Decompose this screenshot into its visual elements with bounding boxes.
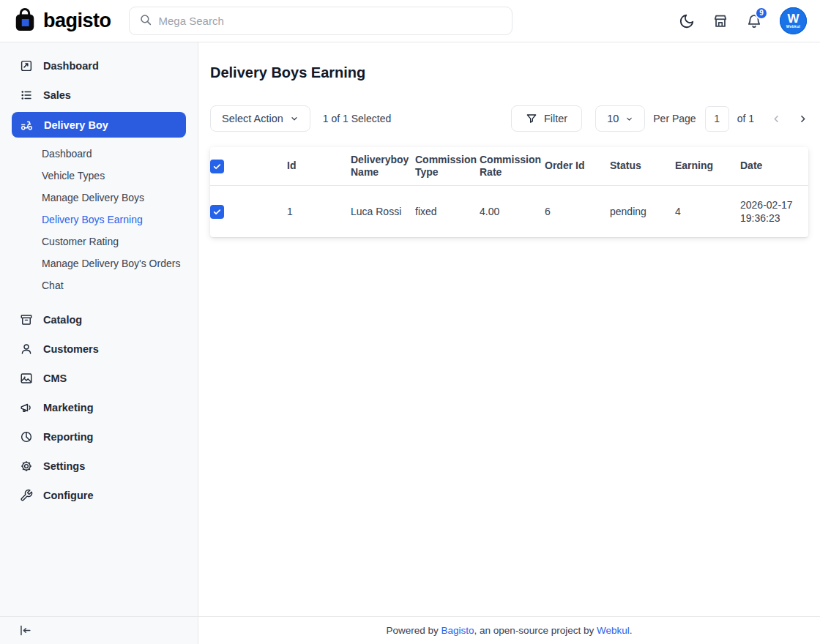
- chevron-left-icon: [771, 113, 782, 124]
- sidebar-footer: [0, 616, 198, 644]
- sidebar: Dashboard Sales Delivery Boy Dashboard V…: [0, 42, 198, 644]
- table-header-row: Id Deliveryboy Name Commission Type Comm…: [210, 147, 808, 186]
- table-row[interactable]: 1 Luca Rossi fixed 4.00 6 pending 4 2026…: [210, 186, 808, 237]
- app-window: bagisto 9 W Webkul: [0, 0, 820, 644]
- select-action-dropdown[interactable]: Select Action: [210, 105, 310, 132]
- previous-page-button[interactable]: [771, 113, 782, 124]
- delivery-boy-submenu: Dashboard Vehicle Types Manage Delivery …: [0, 140, 198, 305]
- column-header-status: Status: [610, 154, 675, 179]
- column-header-id: Id: [287, 154, 351, 179]
- column-header-earning: Earning: [675, 154, 740, 179]
- chevron-right-icon: [797, 113, 808, 124]
- sidebar-item-settings[interactable]: Settings: [0, 452, 198, 481]
- selection-count-text: 1 of 1 Selected: [323, 113, 391, 124]
- submenu-item-chat[interactable]: Chat: [0, 274, 198, 296]
- submenu-item-delivery-boys-earning[interactable]: Delivery Boys Earning: [0, 209, 198, 231]
- moon-icon: [679, 13, 695, 29]
- cell-order-id: 6: [545, 199, 610, 224]
- page-title: Delivery Boys Earning: [210, 64, 808, 81]
- customers-icon: [20, 342, 33, 356]
- column-header-date: Date: [740, 154, 808, 179]
- sidebar-item-configure[interactable]: Configure: [0, 481, 198, 510]
- avatar-initial: W: [787, 13, 799, 24]
- sidebar-item-label: Configure: [43, 490, 93, 501]
- mega-search-box[interactable]: [129, 7, 512, 35]
- configure-wrench-icon: [20, 489, 33, 502]
- brand-name: bagisto: [43, 10, 111, 32]
- delivery-scooter-icon: [20, 118, 34, 132]
- column-header-deliveryboy-name: Deliveryboy Name: [351, 148, 415, 185]
- column-header-commission-rate: Commission Rate: [480, 148, 545, 185]
- sidebar-item-label: Settings: [43, 460, 85, 472]
- footer-text: Powered by: [387, 625, 441, 636]
- sidebar-collapse-button[interactable]: [18, 624, 32, 637]
- sidebar-item-label: Sales: [43, 89, 71, 101]
- toolbar: Select Action 1 of 1 Selected Filter 10 …: [210, 105, 808, 132]
- filter-label: Filter: [544, 113, 567, 124]
- cell-commission-type: fixed: [415, 199, 480, 224]
- cell-commission-rate: 4.00: [480, 199, 545, 224]
- cell-status: pending: [610, 199, 675, 224]
- search-icon: [139, 13, 152, 29]
- sales-icon: [20, 89, 33, 102]
- footer-text: .: [630, 625, 633, 636]
- sidebar-item-marketing[interactable]: Marketing: [0, 393, 198, 422]
- select-all-checkbox[interactable]: [210, 160, 224, 173]
- shopping-bag-logo-icon: [13, 7, 37, 36]
- dark-mode-toggle[interactable]: [679, 13, 695, 29]
- bagisto-link[interactable]: Bagisto: [441, 625, 474, 636]
- reporting-pie-icon: [20, 430, 33, 443]
- store-shortcut-button[interactable]: [712, 13, 728, 29]
- page-total-text: of 1: [737, 113, 754, 124]
- submenu-item-manage-delivery-boys[interactable]: Manage Delivery Boys: [0, 187, 198, 209]
- footer-text: , an open-source project by: [474, 625, 597, 636]
- row-checkbox[interactable]: [210, 205, 224, 219]
- sidebar-item-customers[interactable]: Customers: [0, 334, 198, 364]
- sidebar-item-catalog[interactable]: Catalog: [0, 305, 198, 334]
- filter-button[interactable]: Filter: [511, 105, 582, 132]
- notifications-button[interactable]: 9: [746, 13, 762, 29]
- submenu-item-dashboard[interactable]: Dashboard: [0, 143, 198, 165]
- sidebar-item-sales[interactable]: Sales: [0, 80, 198, 110]
- column-header-commission-type: Commission Type: [415, 148, 480, 185]
- catalog-icon: [20, 313, 33, 326]
- sidebar-item-label: Dashboard: [43, 60, 99, 72]
- store-icon: [712, 13, 728, 29]
- per-page-dropdown[interactable]: 10: [595, 105, 645, 132]
- sidebar-item-label: Marketing: [43, 402, 94, 413]
- submenu-item-vehicle-types[interactable]: Vehicle Types: [0, 165, 198, 187]
- bagisto-logo[interactable]: bagisto: [13, 7, 111, 36]
- select-action-label: Select Action: [222, 113, 283, 124]
- sidebar-item-cms[interactable]: CMS: [0, 364, 198, 393]
- time-value: 19:36:23: [740, 211, 801, 225]
- cell-date: 2026-02-17 19:36:23: [740, 192, 808, 231]
- collapse-sidebar-icon: [18, 624, 32, 637]
- sidebar-item-delivery-boy[interactable]: Delivery Boy: [12, 112, 186, 138]
- user-avatar[interactable]: W Webkul: [780, 7, 807, 34]
- sidebar-item-label: Reporting: [43, 431, 93, 443]
- cell-deliveryboy-name: Luca Rossi: [351, 199, 415, 224]
- page-number-input[interactable]: [705, 106, 729, 132]
- settings-gear-icon: [20, 460, 33, 473]
- submenu-item-manage-delivery-boys-orders[interactable]: Manage Delivery Boy's Orders: [0, 252, 198, 274]
- chevron-down-icon: [290, 114, 299, 123]
- column-header-order-id: Order Id: [545, 154, 610, 179]
- per-page-value: 10: [607, 113, 619, 124]
- webkul-link[interactable]: Webkul: [597, 625, 630, 636]
- next-page-button[interactable]: [797, 113, 808, 124]
- sidebar-item-label: Delivery Boy: [44, 119, 108, 131]
- cell-id: 1: [287, 199, 351, 224]
- check-icon: [212, 162, 222, 171]
- chevron-down-icon: [625, 115, 633, 123]
- sidebar-item-label: CMS: [43, 372, 67, 384]
- earnings-table: Id Deliveryboy Name Commission Type Comm…: [210, 147, 808, 237]
- submenu-item-customer-rating[interactable]: Customer Rating: [0, 231, 198, 252]
- sidebar-item-dashboard[interactable]: Dashboard: [0, 51, 198, 80]
- filter-funnel-icon: [526, 113, 537, 124]
- per-page-label: Per Page: [653, 113, 696, 124]
- dashboard-icon: [20, 59, 33, 72]
- cms-image-icon: [20, 372, 33, 385]
- sidebar-item-reporting[interactable]: Reporting: [0, 422, 198, 452]
- cell-earning: 4: [675, 199, 740, 224]
- search-input[interactable]: [159, 15, 502, 27]
